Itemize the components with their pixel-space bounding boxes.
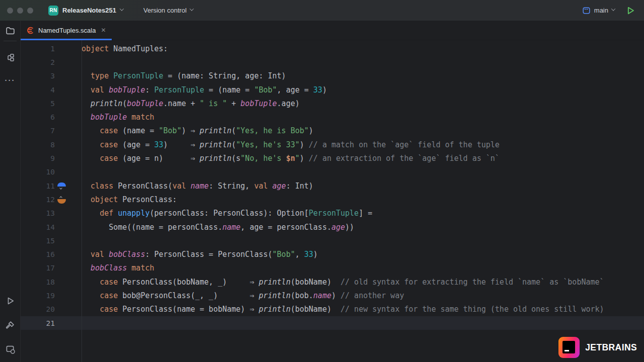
code-token: // an extraction of the `age` field as `… <box>309 154 500 163</box>
version-control-menu[interactable]: Version control <box>143 7 193 14</box>
line-number[interactable]: 18 <box>21 278 55 286</box>
code-line[interactable]: 8 case (age = 33) ⇒ println("Yes, he's 3… <box>21 138 644 151</box>
code-token: PersonClass: <box>118 195 177 204</box>
code-token <box>127 263 131 273</box>
code-line[interactable]: 20 case PersonClass(name = bobName) ⇒ pr… <box>21 303 644 316</box>
project-widget[interactable]: RN ReleaseNotes251 <box>45 4 126 18</box>
code-token: case <box>100 278 118 287</box>
code-token: ( <box>231 140 236 149</box>
line-number[interactable]: 14 <box>21 223 55 231</box>
code-line[interactable]: 12 object PersonClass: <box>21 193 644 206</box>
code-line[interactable]: 19 case bob@PersonClass(_, _) ⇒ println(… <box>21 289 644 302</box>
code-token: "Yes, he is Bob" <box>236 126 309 135</box>
code-text: case (name = "Bob") ⇒ println("Yes, he i… <box>82 126 313 135</box>
run-button[interactable] <box>624 4 637 17</box>
code-line[interactable]: 17 bobClass match <box>21 261 644 275</box>
close-tab-icon[interactable]: ✕ <box>101 27 106 34</box>
structure-tool-button[interactable] <box>4 51 16 63</box>
code-line[interactable]: 11 class PersonClass(val name: String, v… <box>21 179 644 193</box>
code-token: (age = <box>118 140 154 149</box>
code-text: def unapply(personClass: PersonClass): O… <box>82 209 372 218</box>
companion-class-gutter-icon[interactable] <box>55 183 82 190</box>
code-token: PersonTuple <box>309 209 359 218</box>
code-line[interactable]: 5 println(bobTuple.name + " is " + bobTu… <box>21 97 644 110</box>
minimize-window-button[interactable] <box>17 8 23 14</box>
code-line[interactable]: 21 <box>21 316 644 330</box>
code-token: name <box>191 182 209 191</box>
code-token: val <box>91 250 104 259</box>
code-token: : String, <box>209 182 254 191</box>
build-hammer-icon <box>6 320 15 330</box>
project-folder-icon <box>4 25 16 37</box>
line-number[interactable]: 17 <box>21 264 55 272</box>
code-line[interactable]: 9 case (age = n) ⇒ println(s"No, he's $n… <box>21 151 644 165</box>
line-number[interactable]: 12 <box>21 196 55 204</box>
code-token: println <box>91 99 122 108</box>
project-tool-button[interactable] <box>0 21 20 41</box>
line-number[interactable]: 8 <box>21 141 55 149</box>
code-token <box>186 182 191 191</box>
line-number[interactable]: 16 <box>21 250 55 258</box>
line-number[interactable]: 13 <box>21 209 55 217</box>
code-text: object PersonClass: <box>82 195 177 204</box>
build-tool-button[interactable] <box>4 319 16 331</box>
code-line[interactable]: 3 type PersonTuple = (name: String, age:… <box>21 69 644 83</box>
line-number[interactable]: 11 <box>21 182 55 190</box>
code-line[interactable]: 18 case PersonClass(bobName, _) ⇒ printl… <box>21 275 644 289</box>
code-line[interactable]: 1object NamedTuples: <box>21 42 644 55</box>
code-line[interactable]: 14 Some((name = personClass.name, age = … <box>21 220 644 234</box>
line-number[interactable]: 6 <box>21 113 55 121</box>
code-token: ( <box>122 99 127 108</box>
branch-widget[interactable]: main <box>582 7 615 15</box>
more-tool-windows-button[interactable]: ··· <box>4 74 16 86</box>
code-line[interactable]: 6 bobTuple match <box>21 110 644 124</box>
code-text: case PersonClass(bobName, _) ⇒ println(b… <box>82 278 604 287</box>
code-text: val bobTuple: PersonTuple = (name = "Bob… <box>82 85 327 95</box>
line-number[interactable]: 10 <box>21 168 55 176</box>
code-line[interactable]: 13 def unapply(personClass: PersonClass)… <box>21 207 644 220</box>
run-tool-button[interactable] <box>4 295 16 307</box>
code-token: "No, he's <box>240 154 286 163</box>
code-text: class PersonClass(val name: String, val … <box>82 182 313 191</box>
chevron-down-icon <box>611 7 615 11</box>
code-token: println <box>259 278 290 287</box>
branch-name: main <box>594 7 608 14</box>
companion-object-gutter-icon[interactable] <box>55 196 82 204</box>
code-line[interactable]: 16 val bobClass: PersonClass = PersonCla… <box>21 247 644 261</box>
code-token: ) ⇒ <box>182 126 200 135</box>
structure-icon <box>6 53 15 62</box>
line-number[interactable]: 15 <box>21 237 55 245</box>
close-window-button[interactable] <box>7 8 13 14</box>
code-token: , age = <box>277 85 313 95</box>
code-token: ) <box>309 126 313 135</box>
code-token <box>82 291 100 300</box>
line-number[interactable]: 2 <box>21 58 55 66</box>
code-token: (bobName) <box>290 278 340 287</box>
code-token: .age) <box>277 99 299 108</box>
services-tool-button[interactable] <box>4 343 16 355</box>
line-number[interactable]: 4 <box>21 86 55 94</box>
code-line[interactable]: 7 case (name = "Bob") ⇒ println("Yes, he… <box>21 124 644 138</box>
line-number[interactable]: 20 <box>21 305 55 313</box>
code-token: case <box>100 154 118 163</box>
run-button-icon <box>625 6 635 16</box>
code-token <box>113 209 118 218</box>
line-number[interactable]: 7 <box>21 127 55 135</box>
line-number[interactable]: 1 <box>21 45 55 53</box>
zoom-window-button[interactable] <box>27 8 33 14</box>
line-number[interactable]: 19 <box>21 292 55 300</box>
editor[interactable]: 1object NamedTuples:23 type PersonTuple … <box>21 40 644 362</box>
code-token: "Yes, he's 33" <box>236 140 299 149</box>
code-line[interactable]: 2 <box>21 55 644 69</box>
code-line[interactable]: 15 <box>21 234 644 247</box>
code-token: = (name: String, age: Int) <box>164 71 286 80</box>
line-number[interactable]: 5 <box>21 100 55 108</box>
line-number[interactable]: 9 <box>21 154 55 162</box>
code-line[interactable]: 10 <box>21 165 644 179</box>
code-line[interactable]: 4 val bobTuple: PersonTuple = (name = "B… <box>21 83 644 97</box>
code-token: "Bob" <box>254 85 277 95</box>
line-number[interactable]: 3 <box>21 72 55 80</box>
tab-namedtuples-scala[interactable]: NamedTuples.scala ✕ <box>21 21 112 40</box>
line-number[interactable]: 21 <box>21 319 55 327</box>
code-token: ) <box>300 154 309 163</box>
